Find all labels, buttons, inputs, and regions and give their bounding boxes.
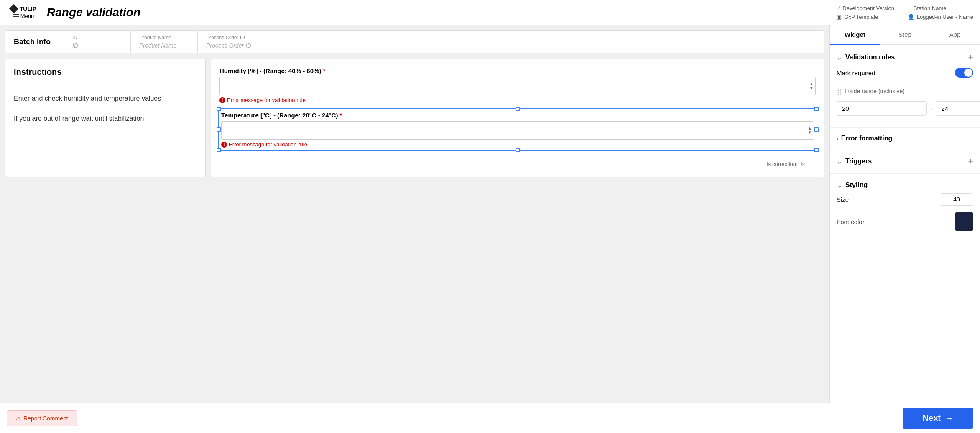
error-formatting-expand-icon[interactable]: ›	[837, 135, 839, 142]
logged-in-user: 👤 Logged-in User - Name	[908, 14, 973, 20]
validation-rules-add-button[interactable]: +	[968, 52, 973, 63]
humidity-required-marker: *	[323, 67, 326, 74]
temperature-error: ! Error message for validation rule.	[221, 141, 814, 148]
dev-version-text: Development Version	[842, 5, 894, 11]
batch-field-order: Process Order ID Process Order ID	[198, 31, 265, 53]
humidity-spinner[interactable]: ▲ ▼	[809, 82, 814, 90]
tab-app[interactable]: App	[930, 25, 980, 45]
dev-version: ⑂ Development Version	[837, 5, 894, 11]
drag-handle-icon[interactable]: ⠿	[837, 88, 842, 97]
logo-area: TULIP Menu	[7, 5, 40, 19]
size-row: Size	[837, 190, 973, 209]
range-max-input[interactable]	[936, 101, 980, 116]
logo: TULIP	[10, 5, 36, 12]
humidity-input[interactable]: ▲ ▼	[219, 77, 816, 95]
report-comment-label: Report Comment	[23, 415, 68, 422]
humidity-error-icon: !	[219, 97, 225, 103]
triggers-add-button[interactable]: +	[968, 156, 973, 167]
temperature-spinner[interactable]: ▲ ▼	[808, 126, 812, 135]
font-color-row: Font color	[837, 209, 973, 234]
error-formatting-section: › Error formatting	[830, 128, 980, 149]
triggers-collapse-icon[interactable]: ⌄	[837, 157, 843, 166]
styling-header: ⌄ Styling	[837, 181, 973, 190]
temperature-label-text: Temperature [°C] - (Range: 20°C - 24°C)	[221, 112, 338, 119]
mark-required-toggle[interactable]	[955, 68, 973, 78]
instructions-para1: Enter and check humidity and temperature…	[14, 94, 197, 104]
user-icon: 👤	[908, 14, 914, 20]
handle-bl[interactable]	[217, 148, 221, 152]
handle-tl[interactable]	[217, 107, 221, 111]
font-color-swatch[interactable]	[955, 212, 973, 231]
hamburger-icon	[13, 14, 19, 18]
gxp-template: ▣ GxP Template	[837, 14, 894, 20]
batch-order-label: Process Order ID	[206, 35, 256, 41]
arrow-right-icon: →	[945, 413, 953, 423]
batch-id-value: ID	[72, 42, 122, 49]
error-formatting-title: Error formatting	[841, 135, 893, 142]
tab-step[interactable]: Step	[880, 25, 930, 45]
monitor-icon: □	[908, 5, 911, 11]
handle-tm[interactable]	[516, 107, 520, 111]
size-input[interactable]	[940, 193, 973, 206]
correction-scroll-icon: ⋮	[808, 159, 816, 168]
temperature-label: Temperature [°C] - (Range: 20°C - 24°C) …	[221, 112, 814, 119]
styling-collapse-icon[interactable]: ⌄	[837, 181, 843, 190]
toggle-knob	[964, 69, 972, 77]
station-name: □ Station Name	[908, 5, 973, 11]
range-min-input[interactable]	[837, 101, 927, 116]
handle-tr[interactable]	[814, 107, 819, 111]
report-comment-button[interactable]: ⚠ Report Comment	[7, 410, 77, 426]
menu-label: Menu	[20, 13, 34, 19]
form-panel: Humidity [%] - (Range: 40% - 60%) * ▲ ▼ …	[211, 59, 824, 177]
triggers-section: ⌄ Triggers +	[830, 149, 980, 174]
handle-ml[interactable]	[217, 127, 221, 132]
humidity-label-text: Humidity [%] - (Range: 40% - 60%)	[219, 67, 321, 74]
validation-rules-title: Validation rules	[845, 53, 895, 61]
temperature-input[interactable]: ▲ ▼	[221, 121, 814, 140]
humidity-error: ! Error message for validation rule.	[219, 97, 816, 103]
humidity-decrement[interactable]: ▼	[809, 86, 814, 90]
header-meta-col1: ⑂ Development Version ▣ GxP Template	[837, 5, 894, 20]
correction-value: is	[801, 161, 805, 167]
error-formatting-header: › Error formatting	[837, 135, 973, 142]
correction-row: Is correction: is ⋮	[219, 156, 816, 168]
temperature-decrement[interactable]: ▼	[808, 130, 812, 135]
handle-br[interactable]	[814, 148, 819, 152]
range-dash: -	[930, 105, 932, 112]
template-icon: ▣	[837, 14, 842, 20]
page-title: Range validation	[47, 6, 140, 19]
range-inputs: -	[837, 101, 973, 116]
batch-field-id: ID ID	[64, 31, 131, 53]
handle-mr[interactable]	[814, 127, 819, 132]
warning-icon: ⚠	[15, 415, 21, 422]
size-label: Size	[837, 196, 849, 203]
mark-required-row: Mark required	[837, 63, 973, 83]
app-header: TULIP Menu Range validation ⑂ Developmen…	[0, 0, 980, 25]
branch-icon: ⑂	[837, 5, 840, 11]
styling-title: Styling	[845, 181, 868, 189]
instructions-para2: If you are out of range wait until stabi…	[14, 114, 197, 124]
temperature-field-group[interactable]: Temperature [°C] - (Range: 20°C - 24°C) …	[219, 110, 816, 149]
sidebar: Widget Step App ⌄ Validation rules + Mar…	[829, 25, 980, 403]
instructions-panel: Instructions Enter and check humidity an…	[5, 59, 206, 177]
validation-rules-collapse-icon[interactable]: ⌄	[837, 53, 843, 62]
batch-info-label: Batch info	[5, 31, 64, 53]
batch-info-card: Batch info ID ID Product Name Product Na…	[5, 30, 824, 53]
tab-widget[interactable]: Widget	[830, 25, 880, 45]
range-label: Inside range (inclusive)	[845, 88, 905, 94]
handle-bm[interactable]	[516, 148, 520, 152]
humidity-field-group: Humidity [%] - (Range: 40% - 60%) * ▲ ▼ …	[219, 67, 816, 103]
logged-in-user-text: Logged-in User - Name	[917, 14, 973, 20]
next-button[interactable]: Next →	[903, 408, 973, 429]
batch-product-value: Product Name	[139, 42, 189, 49]
temperature-error-icon: !	[221, 142, 227, 148]
sidebar-tabs: Widget Step App	[830, 25, 980, 45]
humidity-error-text: Error message for validation rule.	[227, 97, 307, 103]
styling-section: ⌄ Styling Size Font color	[830, 174, 980, 241]
triggers-header: ⌄ Triggers +	[837, 156, 973, 167]
logo-text: TULIP	[20, 5, 36, 12]
range-section: ⠿ Inside range (inclusive) -	[837, 83, 973, 121]
correction-label: Is correction:	[766, 161, 797, 167]
footer: ⚠ Report Comment Next →	[0, 403, 980, 433]
menu-button[interactable]: Menu	[13, 13, 34, 19]
